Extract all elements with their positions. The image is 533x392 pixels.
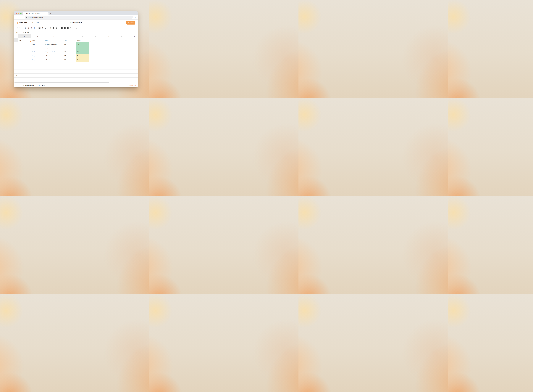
cell-H4[interactable]: [115, 50, 128, 54]
undo-icon[interactable]: ↺: [16, 27, 18, 29]
tab-close-icon[interactable]: ✕: [46, 13, 47, 14]
column-header-B[interactable]: B: [31, 34, 44, 38]
fill-color-icon[interactable]: [52, 27, 55, 29]
cell-B11[interactable]: [31, 78, 44, 81]
cell-D8[interactable]: [63, 66, 76, 70]
cell-I2[interactable]: [128, 42, 138, 46]
cell-F11[interactable]: [89, 78, 102, 81]
cell-D1[interactable]: Price: [63, 38, 76, 42]
column-header-H[interactable]: H: [115, 34, 128, 38]
text-color-icon[interactable]: T: [49, 27, 52, 29]
cell-E6[interactable]: Pending: [76, 58, 89, 62]
address-bar[interactable]: https:// ironcalc.com/WtAFfv: [25, 16, 133, 19]
browser-tab[interactable]: Bali trip budget – IronCalc ✕: [23, 12, 48, 15]
cell-D6[interactable]: 55€: [63, 58, 76, 62]
cell-D10[interactable]: [63, 74, 76, 78]
cell-I7[interactable]: [128, 62, 138, 66]
cell-G9[interactable]: [102, 70, 115, 74]
sheet-tab-flights[interactable]: Flights ⌄: [38, 83, 47, 87]
cell-F5[interactable]: [89, 54, 102, 58]
cell-I4[interactable]: [128, 50, 138, 54]
cell-G5[interactable]: [102, 54, 115, 58]
cell-G11[interactable]: [102, 78, 115, 81]
cell-H9[interactable]: [115, 70, 128, 74]
cell-B8[interactable]: [31, 66, 44, 70]
column-header-F[interactable]: F: [89, 34, 102, 38]
cell-H7[interactable]: [115, 62, 128, 66]
cell-B7[interactable]: [31, 62, 44, 66]
row-header-1[interactable]: 1: [14, 38, 18, 42]
borders-icon[interactable]: B: [55, 27, 58, 29]
cell-B5[interactable]: Canggu: [31, 54, 44, 58]
add-sheet-icon[interactable]: +: [16, 84, 18, 86]
cell-C4[interactable]: Kahayana Suites Ubud: [44, 50, 63, 54]
cell-B2[interactable]: Ubud: [31, 42, 44, 46]
cell-I10[interactable]: [128, 74, 138, 78]
cell-C9[interactable]: [44, 70, 63, 74]
cell-H1[interactable]: [115, 38, 128, 42]
close-window-button[interactable]: [16, 13, 17, 14]
cell-G1[interactable]: [102, 38, 115, 42]
cell-E8[interactable]: [76, 66, 89, 70]
cell-reference-chevron-icon[interactable]: ⌄: [19, 32, 19, 33]
row-header-10[interactable]: 10: [14, 74, 18, 78]
sheet-tab-acommodation[interactable]: Acommodation ⌄: [22, 83, 36, 87]
document-title[interactable]: Bali trip budget: [70, 22, 82, 23]
cell-A11[interactable]: [18, 78, 31, 81]
cell-F2[interactable]: [89, 42, 102, 46]
cell-I1[interactable]: [128, 38, 138, 42]
row-header-2[interactable]: 2: [14, 42, 18, 46]
cell-B6[interactable]: Canggu: [31, 58, 44, 62]
cell-A2[interactable]: 1: [18, 42, 31, 46]
sheet-menu-chevron-icon[interactable]: ⌄: [46, 85, 46, 86]
new-tab-icon[interactable]: +: [50, 12, 51, 14]
cell-H5[interactable]: [115, 54, 128, 58]
menu-help[interactable]: Help: [36, 22, 39, 23]
cell-F3[interactable]: [89, 46, 102, 50]
italic-icon[interactable]: I: [41, 27, 44, 29]
cell-reference-box[interactable]: A1: [16, 32, 18, 33]
cell-A10[interactable]: [18, 74, 31, 78]
cell-D11[interactable]: [63, 78, 76, 81]
decrease-decimals-icon[interactable]: .0←: [30, 27, 32, 29]
row-header-9[interactable]: 9: [14, 70, 18, 74]
cell-F4[interactable]: [89, 50, 102, 54]
cell-B3[interactable]: Ubud: [31, 46, 44, 50]
cell-E11[interactable]: [76, 78, 89, 81]
cell-H2[interactable]: [115, 42, 128, 46]
redo-icon[interactable]: ↻: [19, 27, 21, 29]
cell-I6[interactable]: [128, 58, 138, 62]
cell-A3[interactable]: 2: [18, 46, 31, 50]
column-header-E[interactable]: E: [76, 34, 89, 38]
valign-middle-icon[interactable]: ↓↑: [73, 27, 75, 29]
cell-G10[interactable]: [102, 74, 115, 78]
cell-G2[interactable]: [102, 42, 115, 46]
cell-C6[interactable]: La Brisa Hotel: [44, 58, 63, 62]
align-center-icon[interactable]: [64, 27, 66, 29]
share-button[interactable]: Share: [126, 21, 135, 24]
cell-D2[interactable]: 32€: [63, 42, 76, 46]
cell-C10[interactable]: [44, 74, 63, 78]
column-header-C[interactable]: C: [44, 34, 63, 38]
cell-F9[interactable]: [89, 70, 102, 74]
sheet-menu-chevron-icon[interactable]: ⌄: [35, 85, 36, 86]
cell-A9[interactable]: [18, 70, 31, 74]
cell-G6[interactable]: [102, 58, 115, 62]
cell-G4[interactable]: [102, 50, 115, 54]
cell-A8[interactable]: [18, 66, 31, 70]
spreadsheet-grid[interactable]: ABCDEFGHI 1DayPlaceHotelPriceStatus21Ubu…: [14, 34, 138, 83]
row-header-6[interactable]: 6: [14, 58, 18, 62]
column-header-G[interactable]: G: [102, 34, 115, 38]
cell-E9[interactable]: [76, 70, 89, 74]
cell-C8[interactable]: [44, 66, 63, 70]
percent-format-icon[interactable]: %: [27, 27, 29, 29]
cell-C1[interactable]: Hotel: [44, 38, 63, 42]
cell-G7[interactable]: [102, 62, 115, 66]
cell-F10[interactable]: [89, 74, 102, 78]
cell-E5[interactable]: Pending: [76, 54, 89, 58]
cell-I12[interactable]: [128, 81, 138, 83]
cell-H3[interactable]: [115, 46, 128, 50]
cell-H12[interactable]: [115, 81, 128, 83]
cell-B4[interactable]: Ubud: [31, 50, 44, 54]
sheet-list-icon[interactable]: [19, 85, 20, 86]
